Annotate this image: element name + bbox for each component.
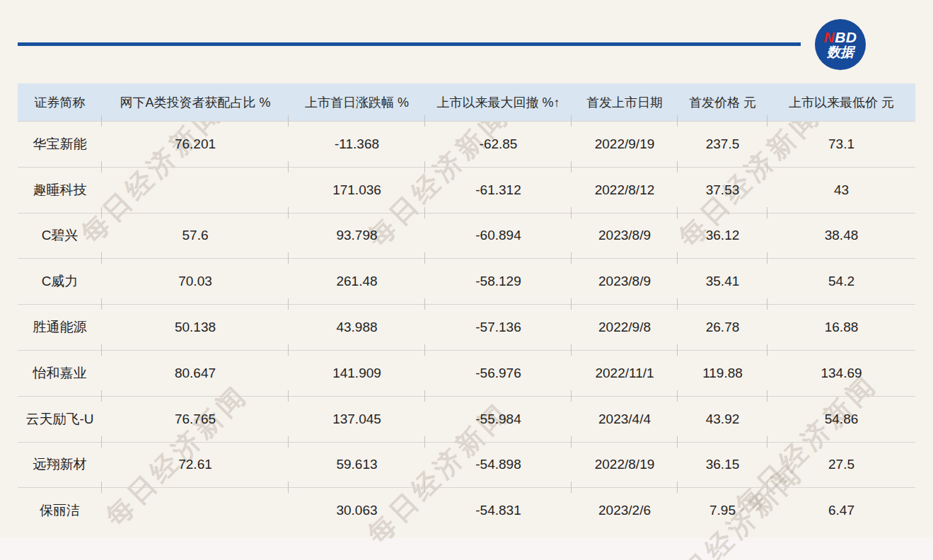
value-cell: 134.69	[767, 351, 915, 396]
table-row: 保丽洁30.063-54.8312023/2/67.956.47	[18, 488, 915, 533]
security-name-cell: C碧兴	[18, 214, 102, 259]
security-name-cell: 胜通能源	[18, 305, 102, 350]
value-cell	[102, 488, 289, 533]
value-cell: 2022/11/1	[572, 351, 678, 396]
data-table: 证券简称网下A类投资者获配占比 %上市首日涨跌幅 %上市以来最大回撤 %↑首发上…	[18, 83, 915, 533]
value-cell: 59.613	[289, 443, 425, 488]
security-name-cell: 华宝新能	[18, 122, 102, 167]
value-cell: 2022/8/12	[572, 168, 678, 213]
value-cell: 43.988	[289, 305, 425, 350]
value-cell: 27.5	[767, 443, 915, 488]
value-cell: -60.894	[425, 214, 572, 259]
value-cell: 237.5	[678, 122, 767, 167]
column-header: 上市以来最低价 元	[767, 83, 915, 121]
security-name-cell: C威力	[18, 259, 102, 304]
value-cell: 54.86	[767, 397, 915, 442]
column-header: 首发价格 元	[678, 83, 767, 121]
table-row: 怡和嘉业80.647141.909-56.9762022/11/1119.881…	[18, 351, 915, 397]
value-cell: -56.976	[425, 351, 572, 396]
value-cell: -54.898	[425, 443, 572, 488]
value-cell: 7.95	[678, 488, 767, 533]
security-name-cell: 趣睡科技	[18, 168, 102, 213]
column-header: 上市以来最大回撤 %↑	[425, 83, 572, 121]
column-header: 证券简称	[18, 83, 102, 121]
value-cell: 26.78	[678, 305, 767, 350]
value-cell: 50.138	[102, 305, 289, 350]
column-header: 首发上市日期	[572, 83, 678, 121]
table-row: 胜通能源50.13843.988-57.1362022/9/826.7816.8…	[18, 305, 915, 351]
value-cell: 35.41	[678, 259, 767, 304]
value-cell: 57.6	[102, 214, 289, 259]
security-name-cell: 怡和嘉业	[18, 351, 102, 396]
footer-band	[0, 537, 933, 560]
value-cell: 141.909	[289, 351, 425, 396]
table-row: 趣睡科技171.036-61.3122022/8/1237.5343	[18, 168, 915, 214]
table-row: 云天励飞-U76.765137.045-55.9842023/4/443.925…	[18, 397, 915, 443]
value-cell: -55.984	[425, 397, 572, 442]
value-cell: 2022/8/19	[572, 443, 678, 488]
infographic-canvas: 每日经济新闻 每日经济新闻 每日经济新闻 每日经济新闻 每日经济新闻 每日经济新…	[0, 0, 933, 560]
value-cell: -54.831	[425, 488, 572, 533]
value-cell: 16.88	[767, 305, 915, 350]
value-cell: 54.2	[767, 259, 915, 304]
value-cell: -57.136	[425, 305, 572, 350]
column-header: 上市首日涨跌幅 %	[289, 83, 425, 121]
value-cell: 6.47	[767, 488, 915, 533]
value-cell	[102, 168, 289, 213]
value-cell: 93.798	[289, 214, 425, 259]
value-cell: 36.12	[678, 214, 767, 259]
security-name-cell: 云天励飞-U	[18, 397, 102, 442]
table-row: 远翔新材72.6159.613-54.8982022/8/1936.1527.5	[18, 443, 915, 489]
value-cell: 70.03	[102, 259, 289, 304]
value-cell: 2022/9/8	[572, 305, 678, 350]
title-rule-divider	[18, 42, 801, 46]
value-cell: 2023/8/9	[572, 259, 678, 304]
logo-letters-bd: BD	[835, 29, 857, 45]
nbd-data-logo: NBD 数据	[815, 19, 866, 70]
table-row: C碧兴57.693.798-60.8942023/8/936.1238.48	[18, 214, 915, 259]
value-cell: 171.036	[289, 168, 425, 213]
value-cell: 37.53	[678, 168, 767, 213]
logo-text-nbd: NBD	[823, 30, 857, 45]
value-cell: 76.765	[102, 397, 289, 442]
value-cell: 76.201	[102, 122, 289, 167]
value-cell: 80.647	[102, 351, 289, 396]
value-cell: 261.48	[289, 259, 425, 304]
value-cell: 30.063	[289, 488, 425, 533]
value-cell: 119.88	[678, 351, 767, 396]
value-cell: -58.129	[425, 259, 572, 304]
security-name-cell: 远翔新材	[18, 443, 102, 488]
value-cell: 2023/4/4	[572, 397, 678, 442]
value-cell: 43	[767, 168, 915, 213]
value-cell: 2022/9/19	[572, 122, 678, 167]
table-body: 华宝新能76.201-11.368-62.852022/9/19237.573.…	[18, 122, 915, 533]
value-cell: 73.1	[767, 122, 915, 167]
value-cell: 72.61	[102, 443, 289, 488]
value-cell: -11.368	[289, 122, 425, 167]
value-cell: 36.15	[678, 443, 767, 488]
value-cell: 38.48	[767, 214, 915, 259]
logo-letter-n: N	[823, 29, 835, 45]
value-cell: -61.312	[425, 168, 572, 213]
table-header-row: 证券简称网下A类投资者获配占比 %上市首日涨跌幅 %上市以来最大回撤 %↑首发上…	[18, 83, 915, 122]
value-cell: 137.045	[289, 397, 425, 442]
table-row: C威力70.03261.48-58.1292023/8/935.4154.2	[18, 259, 915, 305]
value-cell: 2023/8/9	[572, 214, 678, 259]
column-header: 网下A类投资者获配占比 %	[102, 83, 289, 121]
value-cell: 2023/2/6	[572, 488, 678, 533]
value-cell: 43.92	[678, 397, 767, 442]
table-row: 华宝新能76.201-11.368-62.852022/9/19237.573.…	[18, 122, 915, 168]
security-name-cell: 保丽洁	[18, 488, 102, 533]
value-cell: -62.85	[425, 122, 572, 167]
logo-text-shuju: 数据	[827, 45, 854, 59]
